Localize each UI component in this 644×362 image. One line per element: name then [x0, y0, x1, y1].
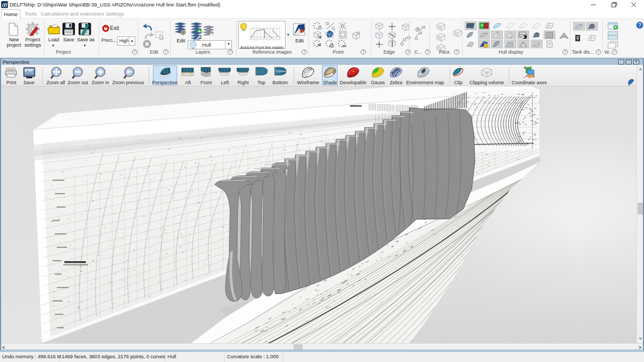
svg-text:?: ? [638, 23, 641, 28]
